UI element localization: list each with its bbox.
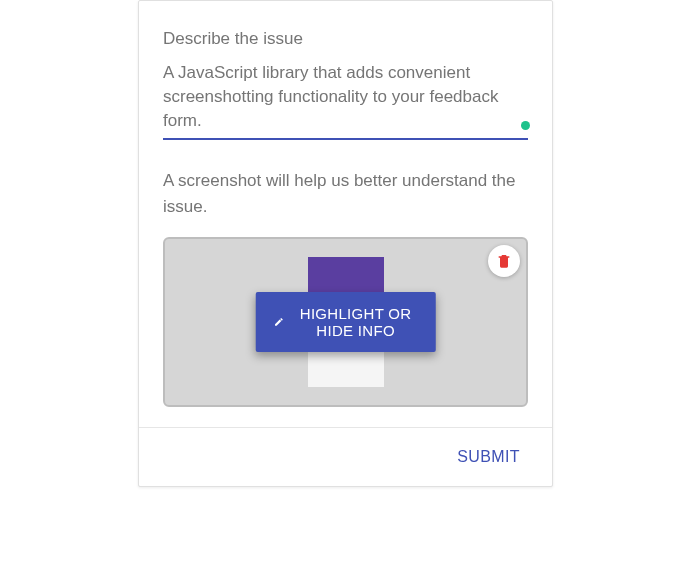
describe-label: Describe the issue	[163, 29, 528, 49]
trash-icon	[496, 252, 512, 270]
grammar-indicator-icon	[521, 121, 530, 130]
feedback-card: Describe the issue A screenshot will hel…	[138, 0, 553, 487]
card-footer: SUBMIT	[139, 428, 552, 486]
delete-screenshot-button[interactable]	[488, 245, 520, 277]
description-input[interactable]	[163, 61, 528, 140]
submit-button[interactable]: SUBMIT	[447, 440, 530, 474]
screenshot-helper-text: A screenshot will help us better underst…	[163, 168, 528, 219]
pencil-icon	[273, 314, 283, 330]
screenshot-preview-box: HIGHLIGHT OR HIDE INFO	[163, 237, 528, 407]
description-wrap	[163, 61, 528, 144]
feedback-content: Describe the issue A screenshot will hel…	[139, 1, 552, 428]
thumbnail-banner	[308, 257, 384, 293]
highlight-button-label: HIGHLIGHT OR HIDE INFO	[293, 305, 417, 339]
highlight-hide-button[interactable]: HIGHLIGHT OR HIDE INFO	[255, 292, 436, 352]
